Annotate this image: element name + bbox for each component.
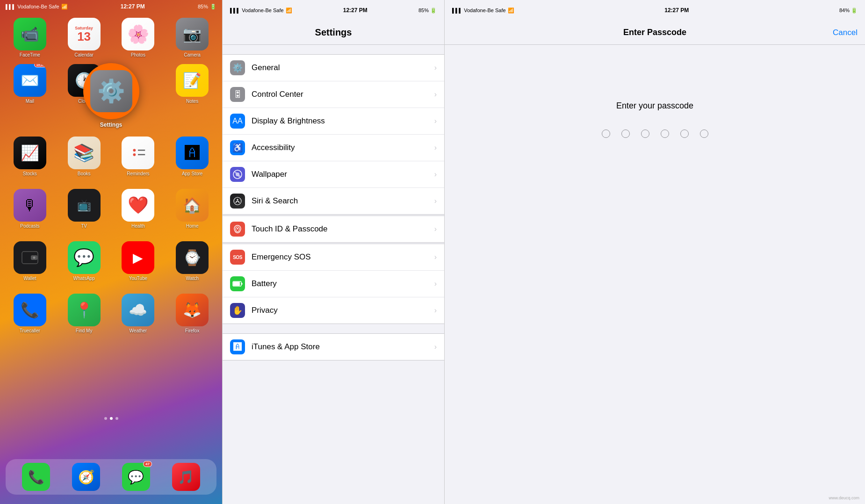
passcode-nav: Enter Passcode Cancel — [445, 21, 865, 45]
svg-point-13 — [237, 228, 238, 230]
app-youtube[interactable]: ▶ YouTube — [113, 241, 164, 281]
settings-screen: ▌▌▌ Vodafone-Be Safe 📶 12:27 PM 85% 🔋 Se… — [222, 0, 444, 504]
cancel-button[interactable]: Cancel — [833, 28, 858, 37]
controlcenter-label: Control Center — [252, 90, 434, 99]
dock-safari[interactable]: 🧭 — [72, 463, 100, 491]
battery-icon-3: 🔋 — [851, 7, 858, 14]
svg-point-1 — [133, 153, 136, 156]
app-appstore[interactable]: 🅰 App Store — [167, 137, 217, 176]
settings-row-general[interactable]: ⚙️ General › — [223, 55, 444, 81]
passcode-body: Enter your passcode — [445, 45, 865, 138]
notes-icon: 📝 — [176, 64, 209, 97]
settings-row-privacy[interactable]: ✋ Privacy › — [223, 297, 444, 324]
youtube-icon: ▶ — [122, 241, 154, 274]
settings-row-emergencysos[interactable]: SOS Emergency SOS › — [223, 244, 444, 271]
stocks-icon: 📈 — [14, 137, 46, 169]
settings-section-1: ⚙️ General › 🎛 Control Center › AA Displ… — [223, 54, 444, 215]
whatsapp-icon: 💬 — [68, 241, 101, 274]
app-weather[interactable]: ☁️ Weather — [113, 294, 164, 333]
calendar-icon: Saturday 13 — [68, 18, 101, 50]
app-firefox[interactable]: 🦊 Firefox — [167, 294, 217, 333]
podcasts-icon: 🎙 — [14, 189, 46, 222]
camera-label: Camera — [184, 52, 201, 58]
home-screen: ▌▌▌ Vodafone-Be Safe 📶 12:27 PM 85% 🔋 ⚙️… — [0, 0, 222, 504]
stocks-label: Stocks — [23, 171, 37, 176]
app-whatsapp[interactable]: 💬 WhatsApp — [59, 241, 109, 281]
app-wallet[interactable]: Wallet — [5, 241, 55, 281]
settings-battery: 85% 🔋 — [418, 7, 437, 14]
emergencysos-chevron: › — [434, 253, 437, 261]
passcode-dot-3 — [641, 130, 649, 138]
dock-phone[interactable]: 📞 — [22, 463, 50, 491]
settings-row-battery[interactable]: Battery › — [223, 271, 444, 297]
tv-icon: 📺 — [68, 189, 101, 222]
app-podcasts[interactable]: 🎙 Podcasts — [5, 189, 55, 229]
watch-icon: ⌚ — [176, 241, 209, 274]
mail-icon: ✉️ 19,085 — [14, 64, 46, 97]
tv-label: TV — [81, 223, 87, 229]
wallet-label: Wallet — [23, 276, 36, 281]
home-app-grid-row3: 📈 Stocks 📚 Books Reminders 🅰 App Store — [5, 137, 217, 176]
app-tv[interactable]: 📺 TV — [59, 189, 109, 229]
camera-icon: 📷 — [176, 18, 209, 50]
watermark: www.deucq.com — [829, 496, 859, 500]
app-facetime[interactable]: 📹 FaceTime — [5, 18, 55, 58]
app-findmy[interactable]: 📍 Find My — [59, 294, 109, 333]
passcode-prompt: Enter your passcode — [616, 101, 693, 111]
passcode-dot-2 — [621, 130, 630, 138]
app-health[interactable]: ❤️ Health — [113, 189, 164, 229]
app-notes[interactable]: 📝 Notes — [167, 64, 217, 104]
app-home[interactable]: 🏠 Home — [167, 189, 217, 229]
itunes-chevron: › — [434, 343, 437, 351]
settings-row-sirisearch[interactable]: Siri & Search › — [223, 188, 444, 214]
findmy-label: Find My — [76, 328, 93, 333]
general-icon: ⚙️ — [230, 60, 245, 75]
settings-time: 12:27 PM — [343, 7, 368, 14]
settings-icon-large[interactable]: ⚙️ — [90, 70, 132, 112]
facetime-icon: 📹 — [14, 18, 46, 50]
settings-title: Settings — [315, 27, 352, 38]
settings-section-3: 🅰 iTunes & App Store › — [223, 333, 444, 360]
settings-section-touchid: Touch ID & Passcode › — [223, 216, 444, 243]
home-icon: 🏠 — [176, 189, 209, 222]
settings-section-2: SOS Emergency SOS › Battery › ✋ Privacy — [223, 244, 444, 324]
settings-row-wallpaper[interactable]: Wallpaper › — [223, 161, 444, 188]
app-stocks[interactable]: 📈 Stocks — [5, 137, 55, 176]
truecaller-label: Truecaller — [20, 328, 40, 333]
settings-highlight-ring: ⚙️ — [83, 63, 139, 119]
emergencysos-icon: SOS — [230, 250, 245, 265]
settings-row-displaybrightness[interactable]: AA Display & Brightness › — [223, 108, 444, 135]
passcode-dot-5 — [680, 130, 689, 138]
wallpaper-chevron: › — [434, 170, 437, 179]
app-camera[interactable]: 📷 Camera — [167, 18, 217, 58]
settings-row-touchid[interactable]: Touch ID & Passcode › — [223, 216, 444, 242]
battery-icon-2: 🔋 — [430, 7, 437, 14]
settings-row-accessibility[interactable]: ♿ Accessibility › — [223, 135, 444, 161]
findmy-icon: 📍 — [68, 294, 101, 326]
music-dock-icon: 🎵 — [172, 463, 200, 491]
settings-row-itunes[interactable]: 🅰 iTunes & App Store › — [223, 334, 444, 360]
dot-1 — [110, 417, 113, 420]
wallpaper-label: Wallpaper — [252, 170, 434, 179]
home-app-grid-row4: 🎙 Podcasts 📺 TV ❤️ Health 🏠 Home — [5, 189, 217, 229]
accessibility-label: Accessibility — [252, 143, 434, 152]
controlcenter-chevron: › — [434, 90, 437, 99]
app-calendar[interactable]: Saturday 13 Calendar — [59, 18, 109, 58]
sirisearch-icon — [230, 194, 245, 209]
battery-chevron: › — [434, 280, 437, 288]
weather-label: Weather — [130, 328, 147, 333]
passcode-dot-6 — [700, 130, 708, 138]
app-watch[interactable]: ⌚ Watch — [167, 241, 217, 281]
app-truecaller[interactable]: 📞 Truecaller — [5, 294, 55, 333]
app-reminders[interactable]: Reminders — [113, 137, 164, 176]
passcode-status-bar: ▌▌▌ Vodafone-Be Safe 📶 12:27 PM 84% 🔋 — [445, 0, 865, 21]
app-photos[interactable]: 🌸 Photos — [113, 18, 164, 58]
dock-music[interactable]: 🎵 — [172, 463, 200, 491]
settings-row-controlcenter[interactable]: 🎛 Control Center › — [223, 81, 444, 108]
sirisearch-label: Siri & Search — [252, 196, 434, 206]
home-app-grid-row5: Wallet 💬 WhatsApp ▶ YouTube ⌚ Watch — [5, 241, 217, 281]
app-mail[interactable]: ✉️ 19,085 Mail — [5, 64, 55, 104]
dock-messages[interactable]: 💬 47 — [122, 463, 150, 491]
touchid-label: Touch ID & Passcode — [252, 224, 434, 234]
app-books[interactable]: 📚 Books — [59, 137, 109, 176]
